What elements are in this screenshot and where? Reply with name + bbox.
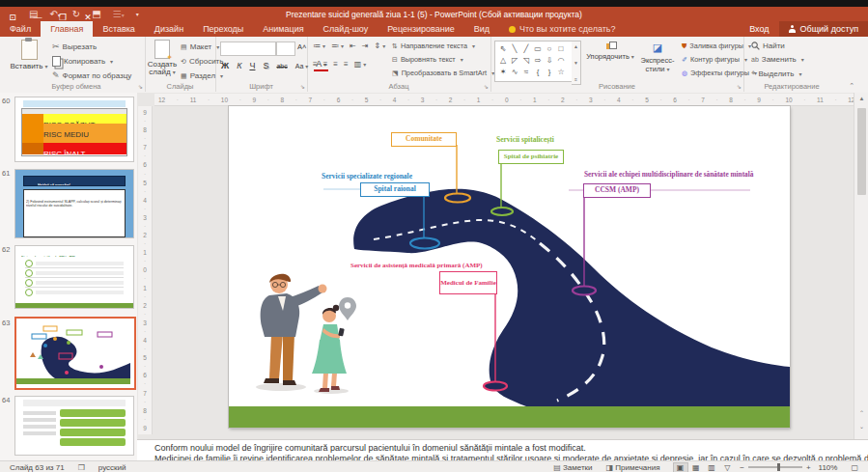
paste-button[interactable]: Вставить: [12, 40, 46, 70]
bullets-icon[interactable]: ≔: [313, 42, 325, 50]
arrange-button[interactable]: Упорядочить: [585, 42, 635, 61]
raional-box[interactable]: Spital raional: [360, 182, 430, 197]
align-left-icon[interactable]: ≡: [313, 60, 318, 69]
increase-indent-icon[interactable]: ⇥: [362, 42, 369, 50]
shapes-gallery-scroll[interactable]: ▲▼≡: [572, 41, 581, 85]
convert-smartart-button[interactable]: ⬔Преобразовать в SmartArt: [392, 69, 494, 77]
tab-transitions[interactable]: Переходы: [193, 21, 253, 37]
slide-thumbnail-60[interactable]: Interpretarea scorului SLAPP RISC SCĂZUT…: [14, 97, 134, 162]
zoom-level[interactable]: 110%: [819, 463, 838, 472]
underline-button[interactable]: Ч: [247, 61, 257, 70]
slide-thumbnail-panel[interactable]: 60 Interpretarea scorului SLAPP RISC SCĂ…: [0, 93, 137, 460]
shape-glyph[interactable]: {: [532, 66, 544, 77]
shape-glyph[interactable]: □: [555, 42, 567, 54]
normal-view-icon[interactable]: ▣: [674, 463, 687, 472]
shape-glyph[interactable]: ◸: [509, 54, 520, 66]
shape-outline-button[interactable]: ✐Контур фигуры: [682, 55, 747, 64]
tab-design[interactable]: Дизайн: [145, 21, 193, 37]
slide-thumbnail-63-selected[interactable]: [14, 317, 136, 390]
shape-glyph[interactable]: ⇩: [544, 54, 555, 66]
strikethrough-button[interactable]: abc: [274, 63, 289, 69]
font-name-input[interactable]: [220, 42, 276, 56]
vertical-ruler[interactable]: 9·8·7·6·5·4·3·2·1·0·1·2·3·4·5·6·7·8·9: [138, 106, 153, 434]
slideshow-view-icon[interactable]: ▽: [720, 463, 734, 472]
scroll-up-icon[interactable]: ▲: [854, 96, 868, 101]
sign-in-button[interactable]: Вход: [740, 21, 778, 37]
replace-button[interactable]: abЗаменить: [751, 55, 804, 64]
slide-sorter-view-icon[interactable]: ▦: [689, 463, 703, 472]
slide-thumbnail-64[interactable]: [14, 396, 134, 456]
dialog-launcher-icon[interactable]: ⇘: [484, 83, 489, 90]
layout-button[interactable]: ▤Макет: [181, 42, 219, 51]
quick-styles-button[interactable]: ◪ Экспресс-стили: [635, 42, 680, 73]
tab-animations[interactable]: Анимация: [253, 21, 313, 37]
horizontal-ruler[interactable]: 12·11·10·9·8·7·6·5·4·3·2·1·0·1·2·3·4·5·6…: [154, 94, 859, 106]
language-indicator[interactable]: русский: [98, 463, 126, 472]
shape-glyph[interactable]: ≈: [520, 66, 532, 77]
decrease-indent-icon[interactable]: ⇤: [350, 42, 356, 50]
cut-button[interactable]: ✂Вырезать: [52, 42, 97, 51]
copy-button[interactable]: Копировать: [52, 56, 113, 67]
ccsm-box[interactable]: CCSM (AMP): [583, 183, 651, 198]
shape-glyph[interactable]: ○: [544, 42, 555, 54]
text-direction-button[interactable]: ⇅Направление текста: [392, 42, 475, 50]
zoom-in-icon[interactable]: +: [806, 463, 811, 472]
dialog-launcher-icon[interactable]: ⇘: [300, 83, 305, 90]
shape-glyph[interactable]: ╲: [509, 42, 520, 54]
italic-button[interactable]: К: [235, 61, 243, 70]
vertical-scrollbar[interactable]: ▲ ⌃ ⌄: [854, 93, 868, 439]
tell-me-box[interactable]: Что вы хотите сделать?: [499, 21, 626, 37]
align-text-button[interactable]: ⊟Выровнять текст: [392, 55, 463, 64]
numbering-icon[interactable]: ≕: [331, 42, 344, 50]
comments-toggle[interactable]: ◨ Примечания: [606, 463, 660, 472]
line-spacing-icon[interactable]: ⇕: [374, 42, 385, 50]
shape-glyph[interactable]: ╱: [520, 42, 532, 54]
notes-pane[interactable]: Conform noului model de îngrijire comuni…: [137, 439, 868, 461]
tab-slideshow[interactable]: Слайд-шоу: [314, 21, 378, 37]
align-right-icon[interactable]: ≡: [333, 60, 338, 69]
fit-slide-icon[interactable]: ▢: [851, 463, 858, 472]
justify-icon[interactable]: ≡: [344, 60, 349, 69]
zoom-slider[interactable]: [748, 466, 802, 468]
zoom-out-icon[interactable]: −: [740, 463, 744, 472]
new-slide-button[interactable]: ✦ Создать слайд: [146, 40, 179, 77]
next-slide-icon[interactable]: ⌄: [854, 423, 868, 430]
psihiatrie-box[interactable]: Spital de psihiatrie: [498, 150, 564, 164]
text-shadow-button[interactable]: S: [261, 61, 270, 70]
shape-glyph[interactable]: ⇖: [497, 42, 509, 54]
shape-glyph[interactable]: ⇨: [532, 54, 544, 66]
tab-file[interactable]: Файл: [0, 21, 41, 37]
find-button[interactable]: Найти: [751, 42, 785, 50]
shape-glyph[interactable]: ∿: [509, 66, 520, 77]
columns-icon[interactable]: ▥: [354, 60, 367, 69]
current-slide-canvas[interactable]: Comunitate Servicii spitalicești Spital …: [229, 106, 790, 428]
shape-glyph[interactable]: △: [497, 54, 509, 66]
shape-glyph[interactable]: ✶: [497, 66, 509, 77]
shape-glyph[interactable]: ◹: [520, 54, 532, 66]
select-button[interactable]: ⌖Выделить: [751, 69, 801, 78]
zoom-slider-handle[interactable]: [777, 463, 780, 471]
align-center-icon[interactable]: ≡: [323, 60, 328, 69]
dialog-launcher-icon[interactable]: ⇘: [737, 83, 742, 90]
comunitate-box[interactable]: Comunitate: [391, 132, 457, 147]
shape-glyph[interactable]: ◠: [555, 54, 567, 66]
collapse-ribbon-icon[interactable]: ⌃: [849, 82, 854, 90]
shape-glyph[interactable]: ☆: [555, 66, 567, 77]
reading-view-icon[interactable]: ▥: [705, 463, 718, 472]
slide-thumbnail-62[interactable]: Sistemul serviciilor de SM în RM: [14, 245, 134, 309]
spell-check-icon[interactable]: ❒: [78, 463, 85, 472]
shape-glyph[interactable]: }: [544, 66, 555, 77]
format-painter-button[interactable]: ✎Формат по образцу: [52, 70, 131, 80]
tab-view[interactable]: Вид: [464, 21, 499, 37]
tab-home[interactable]: Главная: [41, 21, 93, 37]
shape-fill-button[interactable]: ⛊Заливка фигуры: [682, 42, 751, 50]
previous-slide-icon[interactable]: ⌃: [854, 409, 868, 416]
tab-review[interactable]: Рецензирование: [378, 21, 464, 37]
share-button[interactable]: Общий доступ: [779, 21, 868, 37]
bold-button[interactable]: Ж: [219, 61, 231, 70]
slide-thumbnail-61[interactable]: Haideți să exersăm! 1) Citiți cazul dist…: [14, 169, 134, 238]
medicul-box[interactable]: Medicul de Familie: [439, 271, 497, 294]
notes-toggle[interactable]: ▤ Заметки: [553, 463, 592, 472]
scrollbar-thumb[interactable]: [857, 108, 866, 195]
font-size-input[interactable]: [276, 42, 295, 56]
